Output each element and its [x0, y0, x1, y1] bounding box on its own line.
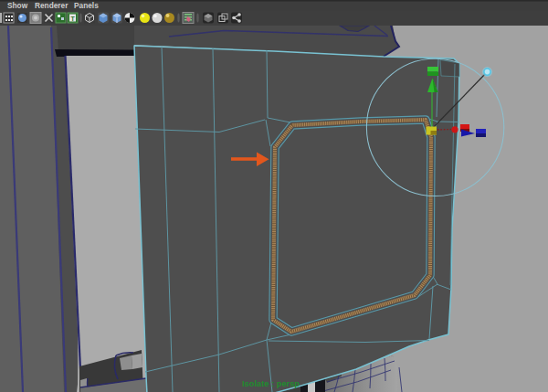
svg-text:T: T — [71, 16, 76, 22]
svg-text:Show: Show — [7, 1, 28, 10]
svg-text:Isolate : persp: Isolate : persp — [242, 379, 300, 388]
svg-text:Renderer: Renderer — [35, 1, 68, 10]
svg-text:Panels: Panels — [74, 1, 99, 10]
